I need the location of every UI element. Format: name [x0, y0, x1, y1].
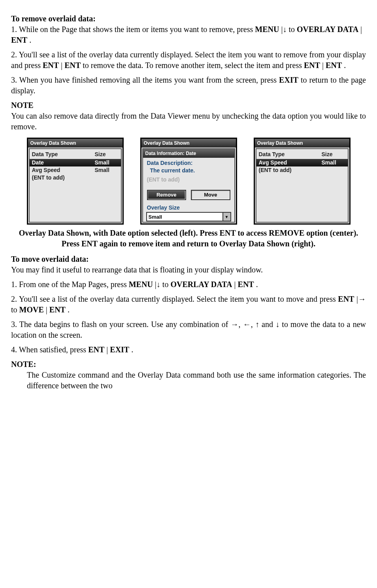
row-date[interactable]: Date Small: [30, 159, 121, 166]
window-body: Data Type Size Date Small Avg Speed Smal…: [29, 148, 122, 223]
titlebar: Overlay Data Shown: [28, 139, 123, 147]
txt: .: [344, 61, 346, 70]
col-type: Data Type: [259, 151, 322, 158]
col-size: Size: [95, 151, 119, 158]
move-step-1: 1. From one of the Map Pages, press MENU…: [11, 279, 366, 290]
txt: |: [61, 61, 64, 70]
desc-text: The current date.: [144, 167, 234, 176]
key-ent: ENT: [49, 305, 66, 314]
txt: 1. While on the Page that shows the item…: [11, 25, 255, 34]
txt: Overlay Data Shown, with Date option sel…: [19, 229, 220, 237]
menu-move: MOVE: [19, 305, 44, 314]
titlebar: Overlay Data Shown: [141, 139, 236, 147]
move-step-2: 2. You'll see a list of the overlay data…: [11, 294, 366, 315]
txt: 4. When satisfied, press: [11, 345, 88, 354]
txt: .: [29, 36, 31, 44]
ent-hint: (ENT to add): [256, 166, 348, 174]
txt: |: [322, 61, 326, 70]
remove-button[interactable]: Remove: [147, 190, 187, 200]
key-ent: ENT: [220, 229, 238, 237]
ghost-hint: (ENT to add): [144, 176, 234, 186]
key-ent: ENT: [88, 345, 104, 354]
key-exit: EXIT: [279, 76, 298, 84]
txt: to access: [238, 229, 269, 237]
window-body: Data Information: Date Data Description:…: [142, 148, 235, 223]
txt: 2. You'll see a list of the overlay data…: [11, 295, 338, 303]
txt: |↓ to: [281, 25, 297, 34]
col-size: Size: [322, 151, 345, 158]
titlebar: Overlay Data Shown: [255, 139, 349, 147]
key-ent: ENT: [338, 295, 354, 303]
cell-label: Avg Speed: [32, 166, 95, 174]
txt: |: [106, 345, 110, 354]
txt: .: [256, 280, 258, 289]
txt: |: [234, 280, 238, 289]
txt: .: [68, 305, 70, 314]
key-menu: MENU: [255, 25, 279, 34]
cell-label: Date: [32, 159, 95, 166]
overlay-size-label: Overlay Size: [144, 202, 234, 212]
menu-overlay-data: OVERLAY DATA: [297, 25, 358, 34]
txt: |: [360, 25, 362, 34]
key-ent: ENT: [81, 239, 100, 248]
key-ent: ENT: [238, 280, 254, 289]
menu-overlay-data: OVERLAY DATA: [170, 280, 232, 289]
window-left: Overlay Data Shown Data Type Size Date S…: [27, 138, 124, 225]
move-step-4: 4. When satisfied, press ENT | EXIT .: [11, 344, 366, 355]
window-right: Overlay Data Shown Data Type Size Avg Sp…: [254, 138, 351, 225]
move-step-3: 3. The data begins to flash on your scre…: [11, 319, 366, 340]
remove-word: REMOVE: [269, 229, 306, 237]
txt: 3. When you have finished removing all t…: [11, 76, 279, 84]
cell-size: Small: [95, 166, 119, 174]
cell-size: Small: [322, 159, 345, 166]
key-ent: ENT: [43, 61, 59, 70]
key-ent: ENT: [304, 61, 320, 70]
move-button[interactable]: Move: [191, 190, 230, 200]
chevron-down-icon: ▼: [222, 213, 230, 221]
column-headers: Data Type Size: [30, 149, 121, 159]
heading-move: To move overlaid data:: [11, 254, 366, 265]
key-menu: MENU: [129, 280, 153, 289]
cell-label: Avg Speed: [259, 159, 322, 166]
key-ent: ENT: [326, 61, 342, 70]
note-para-2: The Customize command and the Overlay Da…: [11, 370, 366, 391]
txt: to remove the data. To remove another it…: [83, 61, 304, 70]
screenshot-row: Overlay Data Shown Data Type Size Date S…: [11, 138, 366, 225]
txt: .: [131, 345, 133, 354]
figure-caption: Overlay Data Shown, with Date option sel…: [11, 228, 366, 249]
step-2: 2. You'll see a list of the overlay data…: [11, 49, 366, 71]
ent-hint: (ENT to add): [30, 174, 121, 182]
txt: |↓ to: [155, 280, 171, 289]
step-3: 3. When you have finished removing all t…: [11, 75, 366, 96]
button-row: Remove Move: [144, 186, 234, 202]
heading-remove: To remove overlaid data:: [11, 13, 366, 24]
row-avgspeed[interactable]: Avg Speed Small: [30, 166, 121, 174]
txt: 1. From one of the Map Pages, press: [11, 280, 129, 289]
txt: |: [46, 305, 49, 314]
window-body: Data Type Size Avg Speed Small (ENT to a…: [256, 148, 349, 223]
sub-titlebar: Data Information: Date: [143, 149, 234, 158]
key-exit: EXIT: [110, 345, 129, 354]
txt: again to remove item and return to Overl…: [100, 239, 315, 248]
key-ent: ENT: [11, 36, 27, 44]
dropdown-value: Small: [147, 214, 222, 221]
col-type: Data Type: [32, 151, 95, 158]
move-intro: You may find it useful to rearrange data…: [11, 265, 366, 275]
overlay-size-dropdown[interactable]: Small ▼: [146, 212, 231, 221]
desc-label: Data Description:: [144, 159, 234, 167]
cell-size: Small: [95, 159, 119, 166]
note-para: You can also remove data directly from t…: [11, 111, 366, 132]
key-ent: ENT: [64, 61, 81, 70]
note-heading-2: NOTE:: [11, 359, 366, 370]
row-avgspeed[interactable]: Avg Speed Small: [256, 159, 348, 166]
note-heading: NOTE: [11, 100, 366, 111]
step-1: 1. While on the Page that shows the item…: [11, 24, 366, 45]
column-headers: Data Type Size: [256, 149, 348, 159]
window-center: Overlay Data Shown Data Information: Dat…: [140, 138, 237, 225]
